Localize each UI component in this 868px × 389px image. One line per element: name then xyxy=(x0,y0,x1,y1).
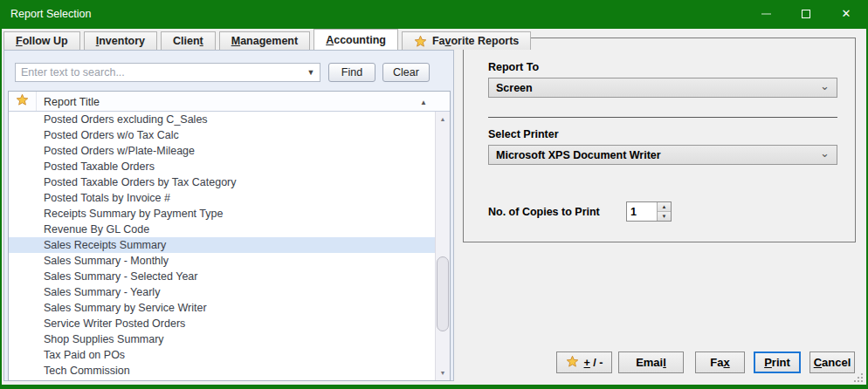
printer-value: Microsoft XPS Document Writer xyxy=(496,149,661,161)
tab-follow-up[interactable]: Follow Up xyxy=(3,31,80,50)
select-printer-label: Select Printer xyxy=(488,128,559,140)
scroll-up-icon[interactable]: ▲ xyxy=(436,112,450,126)
tab-management[interactable]: Management xyxy=(219,31,310,50)
favorite-column-header[interactable] xyxy=(9,92,37,111)
fax-button[interactable]: Fax xyxy=(695,351,745,373)
tab-label-rest: orite Reports xyxy=(451,35,519,47)
list-item[interactable]: Sales Summary - Yearly xyxy=(9,284,450,300)
tab-accelerator: F xyxy=(16,35,23,47)
window-controls: ✕ xyxy=(746,0,866,27)
print-button[interactable]: Print xyxy=(754,351,801,373)
titlebar[interactable]: Report Selection ✕ xyxy=(0,0,868,29)
report-to-value: Screen xyxy=(496,82,533,94)
list-item[interactable]: Posted Totals by Invoice # xyxy=(9,190,450,206)
tab-accelerator: M xyxy=(231,35,240,47)
search-dropdown-icon[interactable]: ▼ xyxy=(302,64,320,81)
divider xyxy=(488,117,837,118)
tab-favorite-reports[interactable]: Favorite Reports xyxy=(402,31,531,50)
favorites-toggle-button[interactable]: + / - xyxy=(556,351,612,373)
find-button[interactable]: Find xyxy=(328,63,375,82)
search-box: ▼ xyxy=(15,63,320,82)
tab-label: Fa xyxy=(432,35,445,47)
list-item[interactable]: Posted Taxable Orders by Tax Category xyxy=(9,174,450,190)
email-button[interactable]: Email xyxy=(618,351,684,373)
tab-label-rest: anagement xyxy=(240,35,298,47)
star-icon xyxy=(414,35,427,48)
list-item[interactable]: Shop Supplies Summary xyxy=(9,331,450,347)
report-title-column-header[interactable]: Report Title xyxy=(44,96,100,108)
maximize-icon xyxy=(802,10,810,18)
report-list-panel: ▼ Find Clear Report Title ▲ Posted Order… xyxy=(3,50,454,381)
report-grid: Report Title ▲ Posted Orders excluding C… xyxy=(8,91,451,381)
list-item[interactable]: Revenue By GL Code xyxy=(9,222,450,237)
window-title: Report Selection xyxy=(10,8,91,20)
report-list: Posted Orders excluding C_SalesPosted Or… xyxy=(9,112,450,380)
tab-label-rest: ollow Up xyxy=(23,35,68,47)
minimize-button[interactable] xyxy=(746,0,786,27)
list-item[interactable]: Receipts Summary by Payment Type xyxy=(9,206,450,222)
print-options-group: Report To Screen ⌄ Select Printer Micros… xyxy=(463,38,856,242)
sort-ascending-icon[interactable]: ▲ xyxy=(420,99,427,106)
chevron-down-icon: ⌄ xyxy=(820,79,830,92)
list-item[interactable]: Tax Paid on POs xyxy=(9,347,450,363)
chevron-down-icon: ⌄ xyxy=(820,147,830,160)
spin-up-icon[interactable]: ▲ xyxy=(658,202,671,212)
cancel-button[interactable]: Cancel xyxy=(809,351,855,373)
star-icon xyxy=(566,355,579,371)
scrollbar-thumb[interactable] xyxy=(437,256,449,331)
grid-header[interactable]: Report Title ▲ xyxy=(9,92,450,112)
maximize-button[interactable] xyxy=(786,0,826,27)
tab-label-rest: nventory xyxy=(99,35,145,47)
tab-label-rest: ccounting xyxy=(334,34,386,46)
tab-accelerator: t xyxy=(200,35,203,47)
copies-label: No. of Copies to Print xyxy=(488,206,600,218)
report-to-select[interactable]: Screen ⌄ xyxy=(488,78,837,98)
star-icon xyxy=(16,93,29,110)
list-item[interactable]: Posted Orders excluding C_Sales xyxy=(9,112,450,127)
search-input[interactable] xyxy=(16,64,302,81)
list-item[interactable]: Sales Summary by Service Writer xyxy=(9,300,450,316)
printer-select[interactable]: Microsoft XPS Document Writer ⌄ xyxy=(488,145,837,165)
list-item[interactable]: Posted Taxable Orders xyxy=(9,159,450,174)
copies-input[interactable] xyxy=(627,202,657,221)
copies-stepper: ▲ ▼ xyxy=(626,201,672,222)
report-to-label: Report To xyxy=(488,61,539,73)
report-selection-window: Report Selection ✕ Follow Up Inventory C… xyxy=(0,0,868,389)
spin-down-icon[interactable]: ▼ xyxy=(658,212,671,221)
vertical-scrollbar[interactable]: ▲ ▼ xyxy=(435,112,450,380)
list-item[interactable]: Sales Summary - Monthly xyxy=(9,253,450,269)
list-item[interactable]: Tech Commission Based on Billed Hours xyxy=(9,379,450,380)
list-item[interactable]: Sales Receipts Summary xyxy=(9,237,450,253)
scroll-down-icon[interactable]: ▼ xyxy=(436,365,450,380)
tab-accounting[interactable]: Accounting xyxy=(313,29,398,50)
clear-button[interactable]: Clear xyxy=(382,63,430,82)
spin-buttons: ▲ ▼ xyxy=(657,202,671,221)
tab-inventory[interactable]: Inventory xyxy=(84,31,157,50)
resize-grip-icon[interactable] xyxy=(854,373,864,383)
close-icon: ✕ xyxy=(842,8,851,19)
list-item[interactable]: Tech Commission xyxy=(9,363,450,379)
minimize-icon xyxy=(761,13,771,15)
list-item[interactable]: Posted Orders w/Plate-Mileage xyxy=(9,143,450,159)
tab-strip: Follow Up Inventory Client Management Ac… xyxy=(3,29,531,50)
close-button[interactable]: ✕ xyxy=(826,0,866,27)
list-item[interactable]: Sales Summary - Selected Year xyxy=(9,269,450,284)
dialog-content: Follow Up Inventory Client Management Ac… xyxy=(2,29,866,385)
tab-label: Clien xyxy=(173,35,200,47)
tab-client[interactable]: Client xyxy=(161,31,216,50)
tab-accelerator: A xyxy=(326,34,334,46)
list-item[interactable]: Posted Orders w/o Tax Calc xyxy=(9,127,450,143)
tab-accelerator: v xyxy=(445,35,451,47)
list-item[interactable]: Service Writer Posted Orders xyxy=(9,316,450,331)
